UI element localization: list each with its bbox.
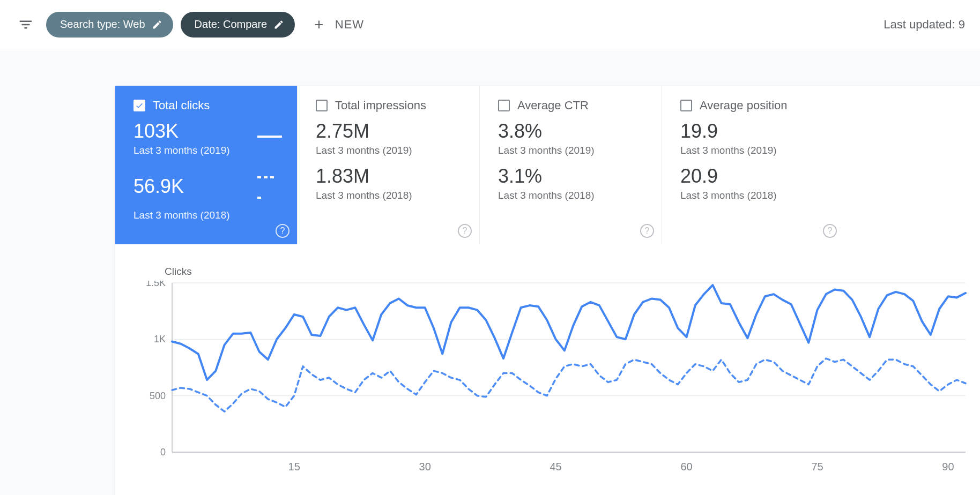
svg-text:90: 90 — [942, 461, 954, 472]
legend-solid-icon — [257, 121, 282, 141]
checkbox-icon — [133, 100, 145, 111]
chip-date-label: Date: Compare — [195, 18, 268, 31]
checkbox-icon — [316, 100, 328, 111]
metric-prev-value: 56.9K — [133, 176, 184, 197]
filter-bar: Search type: Web Date: Compare + NEW Las… — [0, 0, 980, 49]
svg-text:1.5K: 1.5K — [146, 281, 166, 288]
svg-text:30: 30 — [419, 461, 431, 472]
help-icon[interactable]: ? — [823, 224, 837, 238]
pencil-icon — [273, 19, 284, 30]
metric-current-period: Last 3 months (2019) — [316, 145, 464, 156]
checkbox-icon — [498, 100, 510, 111]
svg-text:500: 500 — [150, 391, 166, 401]
metric-current-value: 2.75M — [316, 121, 369, 141]
help-icon[interactable]: ? — [276, 224, 289, 238]
svg-text:75: 75 — [811, 461, 823, 472]
metric-current-value: 3.8% — [498, 121, 542, 141]
metric-label: Total clicks — [153, 99, 210, 112]
clicks-line-chart: 1.5K1K5000153045607590 — [135, 281, 971, 479]
svg-text:60: 60 — [680, 461, 692, 472]
filter-list-icon[interactable] — [15, 14, 36, 35]
chart-area: Clicks 1.5K1K5000153045607590 — [115, 244, 980, 479]
plus-icon: + — [314, 16, 324, 34]
chart-y-title: Clicks — [165, 266, 964, 278]
svg-text:0: 0 — [160, 447, 166, 458]
metric-current-period: Last 3 months (2019) — [680, 145, 829, 156]
svg-text:15: 15 — [288, 461, 300, 472]
chip-search-type-label: Search type: Web — [60, 18, 145, 31]
svg-text:45: 45 — [550, 461, 561, 472]
metric-current-value: 103K — [133, 121, 179, 141]
metric-label: Average CTR — [517, 99, 589, 112]
metric-label: Total impressions — [335, 99, 426, 112]
metric-current-value: 19.9 — [680, 121, 718, 141]
metric-current-period: Last 3 months (2019) — [133, 145, 282, 156]
metric-prev-period: Last 3 months (2018) — [316, 190, 464, 201]
metric-card-total-clicks[interactable]: Total clicks 103K Last 3 months (2019) 5… — [115, 86, 298, 244]
legend-dashed-icon — [257, 166, 282, 207]
metric-prev-period: Last 3 months (2018) — [133, 209, 282, 221]
metric-card-total-impressions[interactable]: Total impressions 2.75M Last 3 months (2… — [298, 86, 480, 244]
metric-cards-row: Total clicks 103K Last 3 months (2019) 5… — [115, 86, 980, 244]
metric-card-average-position[interactable]: Average position 19.9 Last 3 months (201… — [662, 86, 844, 244]
chip-search-type[interactable]: Search type: Web — [46, 12, 173, 38]
new-label: NEW — [335, 18, 364, 32]
metric-prev-value: 20.9 — [680, 166, 718, 186]
metric-prev-period: Last 3 months (2018) — [680, 190, 829, 201]
chip-date-compare[interactable]: Date: Compare — [181, 12, 295, 38]
checkbox-icon — [680, 100, 692, 111]
new-filter-button[interactable]: + NEW — [314, 16, 364, 34]
performance-card: Total clicks 103K Last 3 months (2019) 5… — [115, 86, 980, 495]
metric-prev-value: 3.1% — [498, 166, 542, 186]
metric-current-period: Last 3 months (2019) — [498, 145, 647, 156]
help-icon[interactable]: ? — [458, 224, 472, 238]
last-updated-label: Last updated: 9 — [884, 18, 965, 32]
metric-prev-period: Last 3 months (2018) — [498, 190, 647, 201]
metric-label: Average position — [700, 99, 788, 112]
metric-card-average-ctr[interactable]: Average CTR 3.8% Last 3 months (2019) 3.… — [480, 86, 662, 244]
pencil-icon — [152, 19, 162, 30]
metric-prev-value: 1.83M — [316, 166, 369, 186]
svg-text:1K: 1K — [154, 334, 166, 344]
help-icon[interactable]: ? — [640, 224, 654, 238]
